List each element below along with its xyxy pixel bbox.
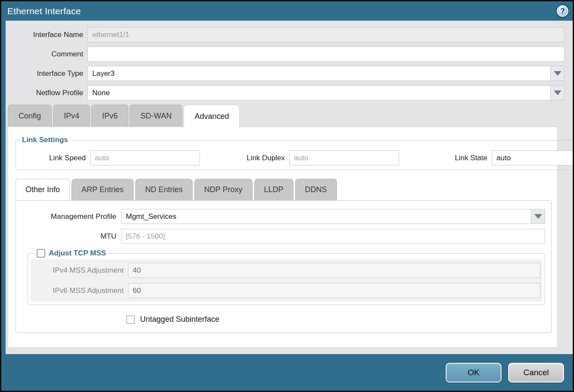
advanced-tab-panel: Link Settings Link Speed Link Duplex Lin… <box>8 127 558 348</box>
inner-tab-bar: Other Info ARP Entries ND Entries NDP Pr… <box>16 179 552 200</box>
untagged-subinterface-label: Untagged Subinterface <box>140 315 219 324</box>
other-info-panel: Management Profile MTU <box>16 200 552 333</box>
ipv6-mss-row: IPv6 MSS Adjustment <box>32 283 540 298</box>
link-settings-fieldset: Link Settings Link Speed Link Duplex Lin… <box>16 136 573 170</box>
adjust-tcp-mss-fieldset: Adjust TCP MSS IPv4 MSS Adjustment IPv6 … <box>28 249 545 305</box>
ok-button[interactable]: OK <box>446 363 502 383</box>
comment-row: Comment <box>6 47 565 62</box>
link-duplex-label: Link Duplex <box>220 154 289 162</box>
help-icon[interactable]: ? <box>557 5 568 17</box>
dialog-content: Interface Name Comment Interface Type Ne… <box>6 21 573 354</box>
mtu-label: MTU <box>16 232 121 241</box>
management-profile-label: Management Profile <box>16 212 121 221</box>
interface-name-label: Interface Name <box>6 31 87 39</box>
netflow-profile-dropdown[interactable] <box>87 85 565 100</box>
interface-name-row: Interface Name <box>6 27 565 42</box>
interface-type-value[interactable] <box>87 66 550 81</box>
footer-bar: OK Cancel <box>1 354 573 391</box>
tab-ddns[interactable]: DDNS <box>295 179 337 200</box>
dialog-body: Interface Name Comment Interface Type Ne… <box>1 21 573 354</box>
chevron-down-icon <box>554 71 562 76</box>
interface-type-dropdown-button[interactable] <box>550 66 565 81</box>
interface-type-label: Interface Type <box>6 69 87 78</box>
left-frame-strip <box>1 21 6 354</box>
management-profile-dropdown-button[interactable] <box>531 209 545 224</box>
netflow-profile-dropdown-button[interactable] <box>550 85 565 100</box>
management-profile-dropdown[interactable] <box>121 209 545 224</box>
tab-arp-entries[interactable]: ARP Entries <box>72 179 134 200</box>
comment-field[interactable] <box>87 47 565 62</box>
ipv4-mss-row: IPv4 MSS Adjustment <box>32 263 540 278</box>
ipv4-mss-label: IPv4 MSS Adjustment <box>32 266 128 275</box>
cancel-button[interactable]: Cancel <box>508 363 564 383</box>
link-state-value[interactable] <box>492 150 573 165</box>
tab-ipv4[interactable]: IPv4 <box>53 105 90 127</box>
link-settings-row: Link Speed Link Duplex Link State <box>16 150 573 165</box>
tab-nd-entries[interactable]: ND Entries <box>135 179 193 200</box>
tab-lldp[interactable]: LLDP <box>254 179 293 200</box>
tab-advanced[interactable]: Advanced <box>184 105 240 128</box>
mtu-row: MTU <box>16 229 545 244</box>
untagged-subinterface-checkbox[interactable] <box>126 315 135 324</box>
tab-other-info[interactable]: Other Info <box>16 179 70 200</box>
ipv6-mss-field <box>128 283 540 298</box>
tab-ndp-proxy[interactable]: NDP Proxy <box>194 179 253 200</box>
adjust-tcp-mss-label: Adjust TCP MSS <box>49 249 106 258</box>
ipv6-mss-label: IPv6 MSS Adjustment <box>32 286 128 295</box>
ethernet-interface-dialog: Ethernet Interface ? Interface Name Comm… <box>0 0 574 392</box>
mtu-field[interactable] <box>121 229 545 244</box>
main-tab-bar: Config IPv4 IPv6 SD-WAN Advanced <box>6 105 565 127</box>
comment-label: Comment <box>6 50 87 59</box>
interface-type-dropdown[interactable] <box>87 66 565 81</box>
netflow-profile-row: Netflow Profile <box>6 85 565 100</box>
dialog-title: Ethernet Interface <box>7 6 81 16</box>
tab-sd-wan[interactable]: SD-WAN <box>130 105 182 127</box>
management-profile-value[interactable] <box>121 209 531 224</box>
mss-disabled-box: IPv4 MSS Adjustment IPv6 MSS Adjustment <box>31 259 542 302</box>
title-bar: Ethernet Interface ? <box>1 1 573 21</box>
netflow-profile-label: Netflow Profile <box>6 89 87 97</box>
link-speed-field[interactable] <box>90 150 200 165</box>
link-settings-legend: Link Settings <box>19 136 71 144</box>
management-profile-row: Management Profile <box>16 209 545 224</box>
interface-type-row: Interface Type <box>6 66 565 81</box>
adjust-tcp-mss-checkbox[interactable] <box>37 249 45 258</box>
ipv4-mss-field <box>128 263 540 278</box>
chevron-down-icon <box>534 214 542 219</box>
interface-name-field <box>87 27 565 42</box>
link-state-label: Link State <box>426 154 492 162</box>
untagged-subinterface-row: Untagged Subinterface <box>126 315 545 324</box>
link-speed-label: Link Speed <box>16 154 90 162</box>
tab-ipv6[interactable]: IPv6 <box>91 105 128 127</box>
link-duplex-field[interactable] <box>289 150 399 165</box>
adjust-tcp-mss-legend: Adjust TCP MSS <box>34 249 109 258</box>
link-state-dropdown[interactable] <box>492 150 573 165</box>
chevron-down-icon <box>554 90 562 95</box>
tab-config[interactable]: Config <box>8 105 52 127</box>
netflow-profile-value[interactable] <box>87 85 550 100</box>
